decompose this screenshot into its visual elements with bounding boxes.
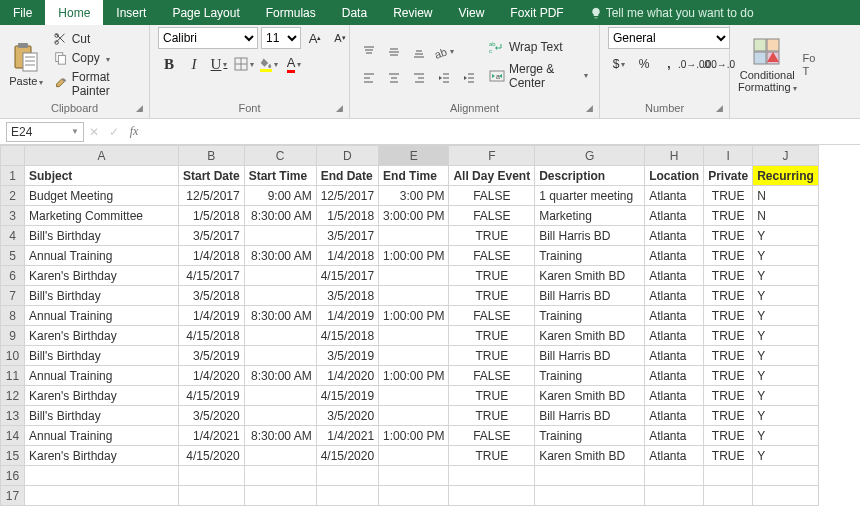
- cell-I12[interactable]: TRUE: [704, 386, 753, 406]
- alignment-dialog-launcher[interactable]: ◢: [586, 103, 593, 113]
- cell-B13[interactable]: 3/5/2020: [179, 406, 245, 426]
- cell-A7[interactable]: Bill's Birthday: [25, 286, 179, 306]
- select-all-corner[interactable]: [1, 146, 25, 166]
- cell-G12[interactable]: Karen Smith BD: [535, 386, 645, 406]
- cell-C15[interactable]: [244, 446, 316, 466]
- cell-B12[interactable]: 4/15/2019: [179, 386, 245, 406]
- cell-G17[interactable]: [535, 486, 645, 506]
- cell-G6[interactable]: Karen Smith BD: [535, 266, 645, 286]
- row-header-4[interactable]: 4: [1, 226, 25, 246]
- cell-F1[interactable]: All Day Event: [449, 166, 535, 186]
- percent-format-button[interactable]: %: [633, 53, 655, 75]
- cell-I8[interactable]: TRUE: [704, 306, 753, 326]
- cell-E7[interactable]: [379, 286, 449, 306]
- accounting-format-button[interactable]: $: [608, 53, 630, 75]
- tab-data[interactable]: Data: [329, 0, 380, 25]
- cell-A8[interactable]: Annual Training: [25, 306, 179, 326]
- cell-E1[interactable]: End Time: [379, 166, 449, 186]
- cell-J3[interactable]: N: [753, 206, 819, 226]
- cell-I5[interactable]: TRUE: [704, 246, 753, 266]
- cell-H12[interactable]: Atlanta: [645, 386, 704, 406]
- cell-B3[interactable]: 1/5/2018: [179, 206, 245, 226]
- cell-B1[interactable]: Start Date: [179, 166, 245, 186]
- cell-D6[interactable]: 4/15/2017: [316, 266, 378, 286]
- col-header-J[interactable]: J: [753, 146, 819, 166]
- cell-G7[interactable]: Bill Harris BD: [535, 286, 645, 306]
- name-box[interactable]: E24 ▼: [6, 122, 84, 142]
- col-header-D[interactable]: D: [316, 146, 378, 166]
- cell-I1[interactable]: Private: [704, 166, 753, 186]
- cell-B14[interactable]: 1/4/2021: [179, 426, 245, 446]
- cell-B9[interactable]: 4/15/2018: [179, 326, 245, 346]
- cell-C9[interactable]: [244, 326, 316, 346]
- align-middle-icon[interactable]: [383, 41, 405, 63]
- font-color-button[interactable]: A: [283, 53, 305, 75]
- font-dialog-launcher[interactable]: ◢: [336, 103, 343, 113]
- cell-D11[interactable]: 1/4/2020: [316, 366, 378, 386]
- cell-C3[interactable]: 8:30:00 AM: [244, 206, 316, 226]
- cell-D8[interactable]: 1/4/2019: [316, 306, 378, 326]
- cell-D12[interactable]: 4/15/2019: [316, 386, 378, 406]
- cell-A14[interactable]: Annual Training: [25, 426, 179, 446]
- cell-F13[interactable]: TRUE: [449, 406, 535, 426]
- cell-H11[interactable]: Atlanta: [645, 366, 704, 386]
- cell-A2[interactable]: Budget Meeting: [25, 186, 179, 206]
- cell-C8[interactable]: 8:30:00 AM: [244, 306, 316, 326]
- cell-G8[interactable]: Training: [535, 306, 645, 326]
- cell-D9[interactable]: 4/15/2018: [316, 326, 378, 346]
- cell-F12[interactable]: TRUE: [449, 386, 535, 406]
- cell-F17[interactable]: [449, 486, 535, 506]
- cell-I15[interactable]: TRUE: [704, 446, 753, 466]
- cell-H1[interactable]: Location: [645, 166, 704, 186]
- cell-F15[interactable]: TRUE: [449, 446, 535, 466]
- cell-I17[interactable]: [704, 486, 753, 506]
- row-header-2[interactable]: 2: [1, 186, 25, 206]
- row-header-9[interactable]: 9: [1, 326, 25, 346]
- underline-button[interactable]: U: [208, 53, 230, 75]
- cell-I11[interactable]: TRUE: [704, 366, 753, 386]
- cell-G14[interactable]: Training: [535, 426, 645, 446]
- increase-decimal-button[interactable]: .0→.00: [683, 53, 705, 75]
- formula-input[interactable]: [144, 125, 860, 139]
- cell-I10[interactable]: TRUE: [704, 346, 753, 366]
- cell-E10[interactable]: [379, 346, 449, 366]
- cell-C14[interactable]: 8:30:00 AM: [244, 426, 316, 446]
- align-right-icon[interactable]: [408, 67, 430, 89]
- cell-I14[interactable]: TRUE: [704, 426, 753, 446]
- tab-view[interactable]: View: [446, 0, 498, 25]
- cell-G15[interactable]: Karen Smith BD: [535, 446, 645, 466]
- cell-A11[interactable]: Annual Training: [25, 366, 179, 386]
- cell-B6[interactable]: 4/15/2017: [179, 266, 245, 286]
- cell-C17[interactable]: [244, 486, 316, 506]
- cell-B17[interactable]: [179, 486, 245, 506]
- row-header-3[interactable]: 3: [1, 206, 25, 226]
- cell-I4[interactable]: TRUE: [704, 226, 753, 246]
- cell-J14[interactable]: Y: [753, 426, 819, 446]
- cell-E8[interactable]: 1:00:00 PM: [379, 306, 449, 326]
- cell-F6[interactable]: TRUE: [449, 266, 535, 286]
- fx-icon[interactable]: fx: [124, 124, 144, 139]
- cell-F14[interactable]: FALSE: [449, 426, 535, 446]
- format-painter-button[interactable]: Format Painter: [51, 68, 141, 100]
- merge-center-button[interactable]: a Merge & Center: [486, 60, 591, 92]
- cell-I6[interactable]: TRUE: [704, 266, 753, 286]
- cell-G5[interactable]: Training: [535, 246, 645, 266]
- cell-H13[interactable]: Atlanta: [645, 406, 704, 426]
- cell-C5[interactable]: 8:30:00 AM: [244, 246, 316, 266]
- increase-indent-icon[interactable]: [458, 67, 480, 89]
- cell-A4[interactable]: Bill's Birthday: [25, 226, 179, 246]
- tab-formulas[interactable]: Formulas: [253, 0, 329, 25]
- cell-A10[interactable]: Bill's Birthday: [25, 346, 179, 366]
- cell-B4[interactable]: 3/5/2017: [179, 226, 245, 246]
- tab-page-layout[interactable]: Page Layout: [159, 0, 252, 25]
- cell-F5[interactable]: FALSE: [449, 246, 535, 266]
- cell-C12[interactable]: [244, 386, 316, 406]
- cell-A6[interactable]: Karen's Birthday: [25, 266, 179, 286]
- cell-E13[interactable]: [379, 406, 449, 426]
- cell-G13[interactable]: Bill Harris BD: [535, 406, 645, 426]
- cell-H15[interactable]: Atlanta: [645, 446, 704, 466]
- row-header-1[interactable]: 1: [1, 166, 25, 186]
- cancel-icon[interactable]: ✕: [84, 125, 104, 139]
- cell-J4[interactable]: Y: [753, 226, 819, 246]
- italic-button[interactable]: I: [183, 53, 205, 75]
